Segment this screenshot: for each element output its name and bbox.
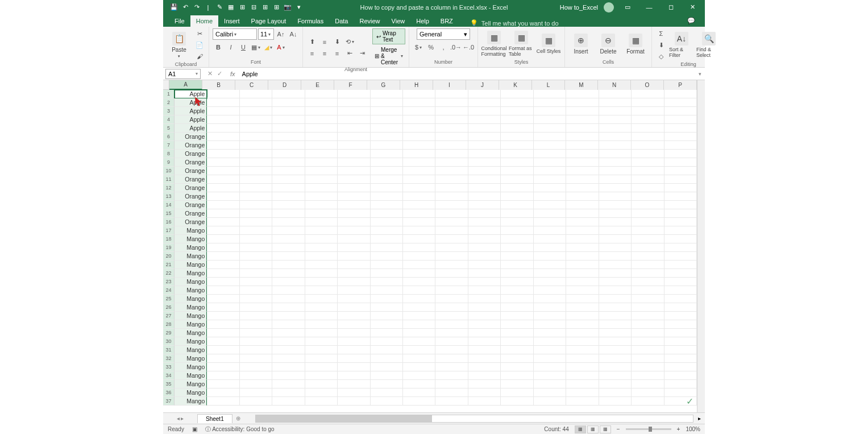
- cell[interactable]: [403, 286, 435, 295]
- cell[interactable]: [338, 235, 370, 243]
- zoom-out-icon[interactable]: −: [617, 426, 620, 432]
- cell[interactable]: [371, 235, 403, 243]
- cell[interactable]: [501, 278, 533, 286]
- cell[interactable]: [338, 167, 370, 175]
- cell[interactable]: Mango: [175, 363, 207, 371]
- cell[interactable]: [207, 158, 239, 167]
- cell[interactable]: [207, 388, 239, 397]
- cell[interactable]: [665, 141, 697, 150]
- zoom-thumb[interactable]: [649, 427, 652, 432]
- cell[interactable]: [501, 243, 533, 252]
- cell[interactable]: [435, 261, 468, 269]
- tab-review[interactable]: Review: [354, 15, 385, 27]
- cell[interactable]: [566, 133, 599, 141]
- cell[interactable]: [534, 226, 566, 235]
- cell[interactable]: [566, 303, 599, 312]
- cell[interactable]: [240, 295, 272, 303]
- cell[interactable]: [338, 346, 370, 354]
- cell[interactable]: [272, 261, 305, 269]
- cell[interactable]: [338, 226, 370, 235]
- cell[interactable]: [468, 235, 501, 243]
- cell[interactable]: [338, 209, 370, 218]
- cell[interactable]: [240, 90, 272, 98]
- cell[interactable]: Orange: [175, 158, 207, 167]
- cell[interactable]: Mango: [175, 261, 207, 269]
- row-header[interactable]: 34: [163, 371, 175, 380]
- cell[interactable]: [632, 235, 664, 243]
- cell[interactable]: Mango: [175, 295, 207, 303]
- cell[interactable]: [403, 175, 435, 184]
- cell[interactable]: [272, 243, 305, 252]
- qat-icon1[interactable]: ▦: [227, 3, 235, 11]
- cell[interactable]: [338, 278, 370, 286]
- add-sheet-button[interactable]: ⊕: [232, 415, 244, 421]
- cell[interactable]: [403, 320, 435, 329]
- cell[interactable]: [599, 269, 632, 278]
- cell[interactable]: [338, 141, 370, 150]
- cell[interactable]: [305, 371, 338, 380]
- cell[interactable]: [632, 252, 664, 261]
- cell[interactable]: [272, 320, 305, 329]
- cell[interactable]: [371, 107, 403, 115]
- cell[interactable]: [240, 184, 272, 192]
- cell[interactable]: [534, 209, 566, 218]
- cell[interactable]: [371, 329, 403, 337]
- cell[interactable]: [272, 312, 305, 320]
- cell[interactable]: [599, 295, 632, 303]
- sheet-tab-sheet1[interactable]: Sheet1: [197, 414, 232, 423]
- zoom-in-icon[interactable]: +: [677, 426, 680, 432]
- cell[interactable]: [468, 141, 501, 150]
- cell[interactable]: Mango: [175, 252, 207, 261]
- cell[interactable]: [632, 269, 664, 278]
- cell[interactable]: [632, 158, 664, 167]
- cell[interactable]: [272, 184, 305, 192]
- cell[interactable]: [305, 363, 338, 371]
- cell[interactable]: [435, 295, 468, 303]
- cell[interactable]: [566, 98, 599, 107]
- cell[interactable]: [566, 371, 599, 380]
- cell[interactable]: [207, 201, 239, 209]
- cell[interactable]: [665, 175, 697, 184]
- cell[interactable]: [665, 354, 697, 363]
- cell[interactable]: [665, 124, 697, 133]
- cell[interactable]: Mango: [175, 371, 207, 380]
- expand-formula-icon[interactable]: ▾: [695, 71, 705, 77]
- cell[interactable]: [599, 209, 632, 218]
- cell[interactable]: [566, 243, 599, 252]
- cell[interactable]: [435, 329, 468, 337]
- accessibility-status[interactable]: ⓘ Accessibility: Good to go: [205, 425, 275, 433]
- cell[interactable]: [207, 320, 239, 329]
- wrap-text-button[interactable]: ↩ Wrap Text: [372, 28, 405, 44]
- cell[interactable]: [534, 141, 566, 150]
- cell[interactable]: [501, 209, 533, 218]
- cell[interactable]: [207, 107, 239, 115]
- cell[interactable]: [371, 371, 403, 380]
- cell[interactable]: [501, 269, 533, 278]
- cell[interactable]: [566, 218, 599, 226]
- qat-dropdown-icon[interactable]: ▾: [295, 3, 303, 11]
- cell[interactable]: [632, 192, 664, 201]
- fill-icon[interactable]: ⬇: [655, 40, 667, 50]
- cell[interactable]: [501, 184, 533, 192]
- cell[interactable]: [599, 98, 632, 107]
- cell[interactable]: Orange: [175, 218, 207, 226]
- cell[interactable]: Orange: [175, 209, 207, 218]
- cell[interactable]: [272, 286, 305, 295]
- cell[interactable]: [207, 150, 239, 158]
- cell[interactable]: [207, 269, 239, 278]
- cell[interactable]: [435, 337, 468, 346]
- cell[interactable]: [632, 124, 664, 133]
- cell[interactable]: [207, 346, 239, 354]
- cell[interactable]: [599, 201, 632, 209]
- cell[interactable]: [338, 303, 370, 312]
- cell[interactable]: [240, 320, 272, 329]
- paste-button[interactable]: 📋 Paste ▾: [167, 32, 192, 59]
- cell[interactable]: [534, 252, 566, 261]
- cell[interactable]: [632, 337, 664, 346]
- cell[interactable]: [240, 209, 272, 218]
- column-header-m[interactable]: M: [565, 80, 598, 90]
- cell[interactable]: [240, 261, 272, 269]
- cell[interactable]: [534, 115, 566, 124]
- tab-home[interactable]: Home: [190, 15, 218, 27]
- cell[interactable]: [566, 380, 599, 388]
